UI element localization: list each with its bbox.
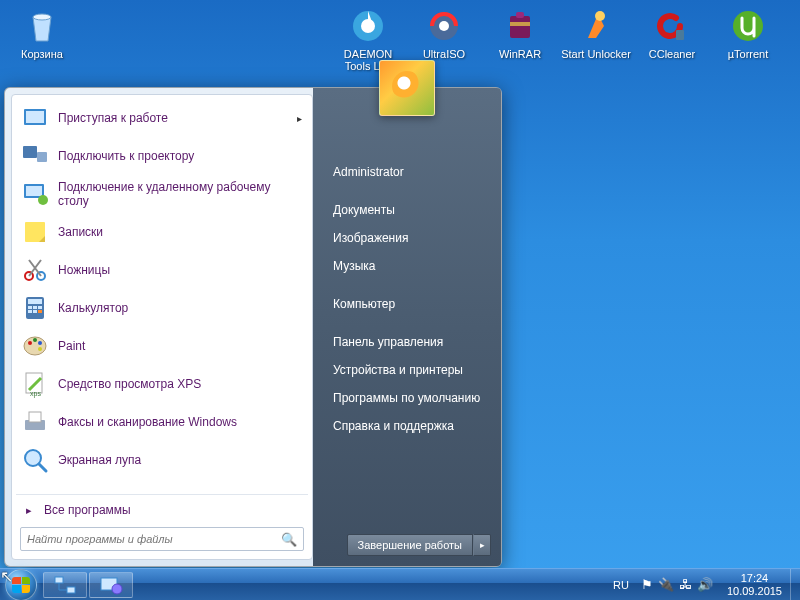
taskbar-pinned-network[interactable] <box>43 572 87 598</box>
projector-icon <box>20 141 50 171</box>
clock-date: 10.09.2015 <box>727 585 782 597</box>
network-tray-icon[interactable]: 🖧 <box>679 577 692 592</box>
svg-rect-14 <box>37 152 47 162</box>
start-menu-right-pane: Administrator Документы Изображения Музы… <box>313 88 501 566</box>
winrar-icon <box>500 6 540 46</box>
svg-point-10 <box>733 11 763 41</box>
fax-scan-icon <box>20 407 50 437</box>
svg-rect-40 <box>67 587 75 593</box>
help-support-link[interactable]: Справка и поддержка <box>325 412 493 440</box>
documents-link[interactable]: Документы <box>325 196 493 224</box>
svg-point-4 <box>439 21 449 31</box>
search-input[interactable] <box>27 533 281 545</box>
divider <box>16 494 308 495</box>
program-label: Подключить к проектору <box>58 149 194 163</box>
svg-rect-22 <box>28 299 42 304</box>
desktop-icon-start-unlocker[interactable]: Start Unlocker <box>558 6 634 72</box>
svg-rect-25 <box>38 306 42 309</box>
program-label: Средство просмотра XPS <box>58 377 201 391</box>
user-name-link[interactable]: Administrator <box>325 158 493 186</box>
shutdown-options-button[interactable]: ▸ <box>473 534 491 556</box>
network-icon <box>53 575 77 595</box>
svg-rect-9 <box>676 30 684 40</box>
program-rdp[interactable]: Подключение к удаленному рабочему столу <box>14 175 310 213</box>
svg-point-31 <box>33 338 37 342</box>
computer-link[interactable]: Компьютер <box>325 290 493 318</box>
desktop-icon-label: µTorrent <box>728 48 769 60</box>
windows-logo-icon <box>5 569 37 601</box>
music-link[interactable]: Музыка <box>325 252 493 280</box>
svg-rect-27 <box>33 310 37 313</box>
start-menu-programs-list: Приступая к работе ▸ Подключить к проект… <box>12 95 312 492</box>
volume-icon[interactable]: 🔊 <box>697 577 713 592</box>
start-menu: Приступая к работе ▸ Подключить к проект… <box>4 87 502 567</box>
start-menu-left-pane: Приступая к работе ▸ Подключить к проект… <box>11 94 313 560</box>
sticky-notes-icon <box>20 217 50 247</box>
program-label: Факсы и сканирование Windows <box>58 415 237 429</box>
desktop-icon-ccleaner[interactable]: CCleaner <box>634 6 710 72</box>
program-label: Ножницы <box>58 263 110 277</box>
svg-rect-28 <box>38 310 42 313</box>
svg-point-33 <box>38 347 42 351</box>
all-programs-button[interactable]: ▸ Все программы <box>12 497 312 523</box>
action-center-icon[interactable]: ⚑ <box>641 577 653 592</box>
program-label: Записки <box>58 225 103 239</box>
taskbar-pinned-media[interactable] <box>89 572 133 598</box>
search-box[interactable]: 🔍 <box>20 527 304 551</box>
program-label: Paint <box>58 339 85 353</box>
utorrent-icon <box>728 6 768 46</box>
program-getting-started[interactable]: Приступая к работе ▸ <box>14 99 310 137</box>
program-label: Калькулятор <box>58 301 128 315</box>
control-panel-link[interactable]: Панель управления <box>325 328 493 356</box>
default-programs-link[interactable]: Программы по умолчанию <box>325 384 493 412</box>
xps-viewer-icon: xps <box>20 369 50 399</box>
chevron-right-icon: ▸ <box>26 504 32 517</box>
desktop-icon-label: WinRAR <box>499 48 541 60</box>
program-snipping-tool[interactable]: Ножницы <box>14 251 310 289</box>
snipping-tool-icon <box>20 255 50 285</box>
power-icon[interactable]: 🔌 <box>658 577 674 592</box>
system-tray: RU ⚑ 🔌 🖧 🔊 17:24 10.09.2015 <box>607 569 800 600</box>
desktop-icon-label: Start Unlocker <box>561 48 631 60</box>
svg-rect-12 <box>26 111 44 123</box>
program-sticky-notes[interactable]: Записки <box>14 213 310 251</box>
shutdown-button[interactable]: Завершение работы <box>347 534 473 556</box>
language-indicator[interactable]: RU <box>607 579 635 591</box>
desktop-icon-recycle-bin[interactable]: Корзина <box>4 6 80 72</box>
clock-time: 17:24 <box>727 572 782 584</box>
svg-rect-16 <box>26 186 42 196</box>
desktop-icon-label: Корзина <box>21 48 63 60</box>
desktop-icon-label: CCleaner <box>649 48 695 60</box>
svg-point-8 <box>595 11 605 21</box>
start-button[interactable] <box>0 569 42 601</box>
svg-rect-13 <box>23 146 37 158</box>
shutdown-group: Завершение работы ▸ <box>347 534 491 556</box>
svg-point-42 <box>112 584 122 594</box>
desktop-icon-label: UltraISO <box>423 48 465 60</box>
program-magnifier[interactable]: Экранная лупа <box>14 441 310 479</box>
svg-point-30 <box>28 341 32 345</box>
chevron-right-icon: ▸ <box>297 113 302 124</box>
ccleaner-icon <box>652 6 692 46</box>
program-paint[interactable]: Paint <box>14 327 310 365</box>
devices-printers-link[interactable]: Устройства и принтеры <box>325 356 493 384</box>
svg-rect-7 <box>516 12 524 18</box>
program-projector[interactable]: Подключить к проектору <box>14 137 310 175</box>
clock[interactable]: 17:24 10.09.2015 <box>719 572 790 596</box>
svg-point-0 <box>33 14 51 20</box>
all-programs-label: Все программы <box>44 503 131 517</box>
user-avatar[interactable] <box>379 60 435 116</box>
show-desktop-button[interactable] <box>790 569 800 600</box>
rdp-icon <box>20 179 50 209</box>
svg-rect-5 <box>510 16 530 38</box>
program-label: Подключение к удаленному рабочему столу <box>58 180 304 209</box>
desktop-icon-winrar[interactable]: WinRAR <box>482 6 558 72</box>
program-calculator[interactable]: Калькулятор <box>14 289 310 327</box>
pictures-link[interactable]: Изображения <box>325 224 493 252</box>
desktop-icon-utorrent[interactable]: µTorrent <box>710 6 786 72</box>
svg-rect-23 <box>28 306 32 309</box>
program-label: Приступая к работе <box>58 111 168 125</box>
svg-rect-26 <box>28 310 32 313</box>
program-fax-scan[interactable]: Факсы и сканирование Windows <box>14 403 310 441</box>
program-xps-viewer[interactable]: xps Средство просмотра XPS <box>14 365 310 403</box>
